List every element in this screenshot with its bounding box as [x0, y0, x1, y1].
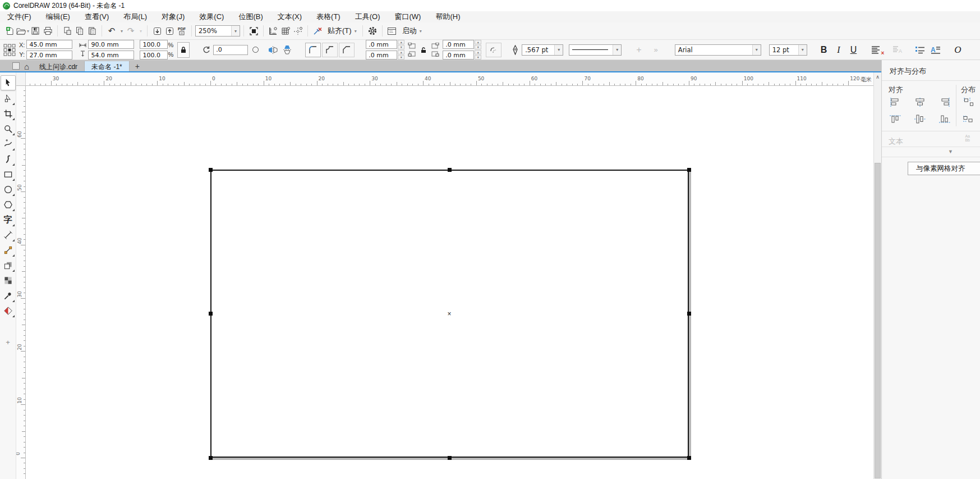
- chamfered-corner-button[interactable]: [339, 43, 355, 57]
- outline-width-combo[interactable]: .567 pt ▾: [522, 44, 563, 56]
- menu-item-6[interactable]: 位图(B): [231, 12, 270, 22]
- text-alignment-button[interactable]: ×: [871, 45, 881, 54]
- menu-item-5[interactable]: 效果(C): [192, 12, 231, 22]
- connector-tool[interactable]: [1, 243, 15, 257]
- corner-radius-br-field[interactable]: .0 mm: [443, 51, 474, 60]
- cut-button[interactable]: [61, 24, 73, 38]
- selection-handle[interactable]: [687, 456, 691, 460]
- eyedropper-tool[interactable]: [1, 289, 15, 303]
- font-size-combo[interactable]: 12 pt ▾: [769, 44, 807, 56]
- snap-off-button[interactable]: [311, 24, 324, 38]
- paste-button[interactable]: [86, 24, 98, 38]
- ellipse-tool[interactable]: [1, 183, 15, 197]
- zoom-level-combo[interactable]: 250% ▾: [195, 25, 240, 37]
- options-button[interactable]: [366, 24, 379, 38]
- y-position-field[interactable]: 27.0 mm: [26, 51, 72, 60]
- crop-tool[interactable]: [1, 107, 15, 121]
- corner-radius-left-spinners[interactable]: ▴▾▴▾: [398, 40, 404, 60]
- print-button[interactable]: [42, 24, 54, 38]
- docker-collapse-icon[interactable]: ▼: [948, 149, 953, 154]
- import-button[interactable]: [151, 24, 163, 38]
- undo-button[interactable]: ↶: [105, 24, 118, 38]
- mirror-vertical-button[interactable]: [283, 44, 292, 55]
- scalloped-corner-button[interactable]: [322, 43, 338, 57]
- corner-radius-bl-field[interactable]: .0 mm: [366, 51, 397, 60]
- selection-handle[interactable]: [687, 168, 691, 172]
- undo-list-button[interactable]: ▾: [118, 24, 125, 38]
- corner-radius-tr-field[interactable]: .0 mm: [443, 40, 474, 49]
- save-button[interactable]: [29, 24, 42, 38]
- menu-item-1[interactable]: 编辑(E): [39, 12, 77, 22]
- align-left-button[interactable]: [887, 96, 903, 108]
- interactive-fill-tool[interactable]: [1, 304, 15, 318]
- menu-item-10[interactable]: 窗口(W): [387, 12, 428, 22]
- show-grid-button[interactable]: [279, 24, 292, 38]
- zoom-combo-caret-icon[interactable]: ▾: [231, 26, 240, 36]
- shape-tool[interactable]: [1, 92, 15, 106]
- object-center-mark[interactable]: ×: [448, 311, 452, 317]
- transparency-tool[interactable]: [1, 273, 15, 288]
- menu-item-3[interactable]: 布局(L): [116, 12, 154, 22]
- show-rulers-button[interactable]: [267, 24, 279, 38]
- selection-handle[interactable]: [209, 456, 213, 460]
- pick-tool[interactable]: [1, 75, 16, 90]
- align-top-button[interactable]: [887, 113, 903, 125]
- export-button[interactable]: [163, 24, 176, 38]
- object-height-field[interactable]: 54.0 mm: [88, 51, 134, 60]
- distribute-left-button[interactable]: [960, 96, 976, 108]
- font-list-caret-icon[interactable]: ▾: [752, 45, 761, 55]
- character-formatting-button[interactable]: A: [892, 45, 903, 54]
- lock-ratio-button[interactable]: [177, 42, 190, 58]
- menu-item-2[interactable]: 查看(V): [77, 12, 116, 22]
- underline-button[interactable]: U: [850, 45, 857, 55]
- menu-item-8[interactable]: 表格(T): [309, 12, 348, 22]
- home-icon[interactable]: ⌂: [24, 63, 29, 71]
- document-nav-box[interactable]: [12, 62, 20, 70]
- fullscreen-preview-button[interactable]: [247, 24, 260, 38]
- align-center-vertical-button[interactable]: [912, 113, 928, 125]
- new-document-button[interactable]: [3, 24, 16, 38]
- polygon-tool[interactable]: [1, 198, 15, 212]
- menu-item-7[interactable]: 文本(X): [270, 12, 309, 22]
- italic-button[interactable]: I: [837, 45, 840, 55]
- align-bottom-button[interactable]: [937, 113, 953, 125]
- show-guidelines-button[interactable]: [292, 24, 304, 38]
- publish-pdf-button[interactable]: PDF: [176, 24, 188, 38]
- customize-toolbox-button[interactable]: +: [0, 338, 16, 346]
- bold-button[interactable]: B: [821, 45, 827, 55]
- more-options-chevron-icon[interactable]: »: [654, 45, 658, 54]
- selection-handle[interactable]: [448, 168, 452, 172]
- scroll-up-button[interactable]: ∧: [874, 72, 881, 81]
- rectangle-tool[interactable]: [1, 167, 15, 181]
- freehand-tool[interactable]: [1, 137, 15, 151]
- font-list-combo[interactable]: Arial ▾: [675, 44, 761, 56]
- distribute-top-button[interactable]: [960, 113, 976, 125]
- zoom-tool[interactable]: [1, 122, 15, 136]
- drawing-canvas[interactable]: ×: [26, 86, 873, 479]
- outline-width-caret-icon[interactable]: ▾: [554, 45, 563, 55]
- artistic-media-tool[interactable]: [1, 152, 15, 166]
- x-position-field[interactable]: 45.0 mm: [26, 40, 72, 49]
- selection-handle[interactable]: [209, 312, 213, 316]
- round-corner-button[interactable]: [305, 43, 321, 57]
- document-tab-1[interactable]: 未命名 -1*: [85, 61, 130, 72]
- dimension-tool[interactable]: [1, 228, 15, 242]
- corner-radius-right-spinners[interactable]: ▴▾▴▾: [475, 40, 481, 60]
- text-outline-button[interactable]: O: [954, 44, 961, 56]
- menu-item-4[interactable]: 对象(J): [154, 12, 192, 22]
- menu-item-0[interactable]: 文件(F): [0, 12, 39, 22]
- snap-to-button[interactable]: 贴齐(T) ▾: [324, 24, 359, 38]
- scale-x-field[interactable]: 100.0: [140, 40, 168, 49]
- drop-shadow-tool[interactable]: [1, 258, 15, 272]
- mirror-horizontal-button[interactable]: [268, 45, 278, 54]
- redo-list-button[interactable]: ▾: [137, 24, 144, 38]
- align-center-horizontal-button[interactable]: [912, 96, 928, 108]
- rotation-angle-field[interactable]: .0: [213, 45, 248, 55]
- open-document-button[interactable]: ▾: [16, 24, 29, 38]
- font-size-caret-icon[interactable]: ▾: [798, 45, 807, 55]
- drop-cap-button[interactable]: A: [931, 45, 941, 54]
- selection-handle[interactable]: [687, 312, 691, 316]
- line-style-combo[interactable]: ▾: [569, 44, 622, 56]
- object-width-field[interactable]: 90.0 mm: [88, 40, 134, 49]
- align-to-pixel-grid-button[interactable]: 与像素网格对齐: [908, 162, 980, 175]
